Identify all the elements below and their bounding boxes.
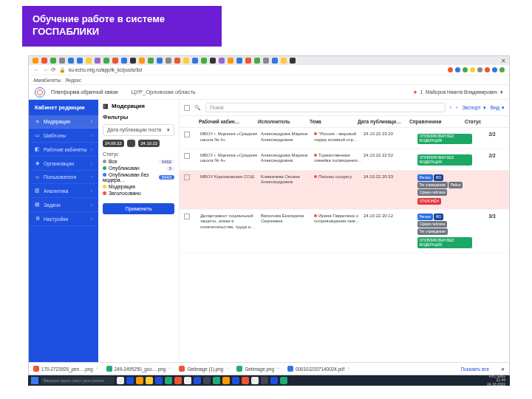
cell-topic: Торжественная линейка посвящения… xyxy=(314,153,362,164)
cell-tags: ОПУБЛИКОВАН БЕЗ МОДЕРАЦИИ xyxy=(417,153,472,166)
banner-line1: Обучение работе в системе xyxy=(33,13,211,26)
file-icon xyxy=(287,366,293,372)
cell-org: МБОУ Корсаковская СОШ xyxy=(200,174,259,180)
url-text[interactable]: ku-echo.mlg.ru/app/lk_kc/posts/list xyxy=(69,67,142,72)
search-input[interactable]: Поиск xyxy=(205,103,446,112)
apply-button[interactable]: Применить xyxy=(103,203,174,214)
sidebar-item-3[interactable]: ◈Организации› xyxy=(29,157,98,171)
date-range[interactable]: 24.09.22 → 24.10.22 xyxy=(103,140,174,147)
prev-page[interactable]: ‹ xyxy=(450,105,451,110)
status-filter[interactable]: Заголосовано xyxy=(103,191,174,196)
notification-icon[interactable]: ● xyxy=(414,89,417,95)
browser-tabstrip[interactable]: ✕ xyxy=(29,56,509,65)
user-area[interactable]: ● 1 Майоров Никита Владимирович ▾ xyxy=(414,89,503,95)
row-checkbox[interactable] xyxy=(184,132,190,137)
sidebar-icon: ⚙ xyxy=(35,216,40,222)
notif-count: 1 xyxy=(420,89,423,95)
breadcrumb[interactable]: ЦУР_Орловская область xyxy=(132,89,196,95)
cell-org: Департамент социальной защиты, опеки и п… xyxy=(200,214,259,231)
url-bar[interactable]: ← → ⟳ 🔒 ku-echo.mlg.ru/app/lk_kc/posts/l… xyxy=(29,65,509,75)
app-topbar: Платформа обратной связи ЦУР_Орловская о… xyxy=(29,85,509,100)
status-filter[interactable]: Опубликован без модера…5443 xyxy=(103,172,174,183)
cell-topic: "Россия - мировой лидер атомной отр… xyxy=(314,132,362,143)
row-checkbox[interactable] xyxy=(184,174,190,180)
date-filter-dropdown[interactable]: Дата публикации поста▾ xyxy=(103,124,174,136)
download-item[interactable]: 249-2495250_goo….png⌃ xyxy=(106,366,172,372)
sidebar: Кабинет редакции ≡Модерация›▭Шаблоны›◧Ра… xyxy=(29,100,98,372)
cell-person: Василова Екатерина Сергеевна xyxy=(261,214,313,225)
window-close-icon[interactable]: ✕ xyxy=(501,58,506,64)
sidebar-item-4[interactable]: ☺Пользователи› xyxy=(29,171,98,184)
file-icon xyxy=(33,366,39,372)
filters-panel: ▥ Модерация Фильтры Дата публикации пост… xyxy=(98,100,180,372)
table-row[interactable]: МБОУ г. Мценска «Средняя школа № 4»Алекс… xyxy=(180,149,509,171)
cell-ratio: 2/2 xyxy=(474,132,509,137)
taskbar-clock[interactable]: РУС ENG 21:44 24.10.2022 xyxy=(487,375,507,387)
table-row[interactable]: МБОУ Корсаковская СОШКлимачева Оксана Ал… xyxy=(180,171,509,210)
sidebar-item-0[interactable]: ≡Модерация› xyxy=(29,115,98,129)
view-link[interactable]: Вид ▾ xyxy=(491,105,505,111)
file-icon xyxy=(179,366,185,372)
sidebar-item-6[interactable]: ▤Задачи› xyxy=(29,198,98,212)
row-checkbox[interactable] xyxy=(184,214,190,219)
cell-date: 24.10.22 20:33 xyxy=(364,174,415,180)
status-filter[interactable]: Модерация xyxy=(103,184,174,189)
table-header: Рабочий кабин… Исполнитель Тема Дата пуб… xyxy=(180,116,509,128)
export-link[interactable]: Экспорт ▾ xyxy=(462,105,486,111)
close-icon[interactable]: ✕ xyxy=(501,366,505,372)
status-filter[interactable]: Опубликован5 xyxy=(103,166,174,171)
sidebar-icon: ▤ xyxy=(35,202,40,208)
show-all-link[interactable]: Показать все xyxy=(461,366,489,372)
sidebar-item-label: Пользователи xyxy=(44,174,76,180)
sidebar-item-label: Настройки xyxy=(44,216,68,222)
download-item[interactable]: Getimage (1).png⌃ xyxy=(179,366,229,372)
sidebar-item-2[interactable]: ◧Рабочие кабинеты› xyxy=(29,143,98,157)
col-ref[interactable]: Справочники xyxy=(409,119,465,124)
banner-line2: ГОСПАБЛИКИ xyxy=(33,26,211,38)
select-all-checkbox[interactable] xyxy=(184,105,190,111)
sidebar-item-5[interactable]: ▥Аналитика› xyxy=(29,184,98,198)
cell-topic: Письмо солдату xyxy=(314,174,362,180)
chevron-down-icon[interactable]: ▾ xyxy=(500,89,503,95)
bookmark-2[interactable]: Яндекс xyxy=(65,78,81,83)
sidebar-item-label: Шаблоны xyxy=(44,133,66,138)
sidebar-icon: ☺ xyxy=(35,174,40,180)
nav-reload-icon[interactable]: ⟳ xyxy=(51,66,56,73)
platform-name: Платформа обратной связи xyxy=(51,89,118,95)
col-date[interactable]: Дата публикаци… xyxy=(358,119,409,124)
sidebar-item-label: Аналитика xyxy=(44,188,69,194)
download-item[interactable]: 00010J2207140024.pdf⌃ xyxy=(287,366,350,372)
start-button[interactable] xyxy=(31,377,38,384)
bookmark-1[interactable]: Авиабилеты xyxy=(33,78,61,83)
sidebar-item-1[interactable]: ▭Шаблоны› xyxy=(29,129,98,143)
col-person[interactable]: Исполнитель xyxy=(258,119,310,124)
nav-fwd-icon[interactable]: → xyxy=(42,66,48,73)
table-row[interactable]: Департамент социальной защиты, опеки и п… xyxy=(180,210,509,253)
cell-person: Александрова Марина Александровна xyxy=(261,153,313,164)
download-item[interactable]: 170-2723928_pen….png⌃ xyxy=(33,366,99,372)
search-icon[interactable]: 🔍 xyxy=(194,105,201,111)
download-item[interactable]: Getimage.png⌃ xyxy=(236,366,280,372)
user-name[interactable]: Майоров Никита Владимирович xyxy=(426,89,497,95)
avatar-icon xyxy=(499,67,505,72)
taskbar-search[interactable]: Введите здесь текст для поиска xyxy=(41,377,115,384)
col-topic[interactable]: Тема xyxy=(310,119,358,124)
table-row[interactable]: МБОУ г. Мценска «Средняя школа № 4»Алекс… xyxy=(180,128,509,149)
next-page[interactable]: › xyxy=(456,105,457,110)
lock-icon: 🔒 xyxy=(59,67,66,73)
main-panel: 🔍 Поиск ‹ › Экспорт ▾ Вид ▾ Рабочий каби… xyxy=(180,100,509,372)
date-from[interactable]: 24.09.22 xyxy=(103,140,124,147)
sidebar-item-7[interactable]: ⚙Настройки› xyxy=(29,212,98,226)
nav-back-icon[interactable]: ← xyxy=(33,66,39,73)
windows-taskbar[interactable]: Введите здесь текст для поиска РУС ENG 2… xyxy=(28,375,510,386)
row-checkbox[interactable] xyxy=(184,153,190,159)
col-org[interactable]: Рабочий кабин… xyxy=(199,119,258,124)
platform-logo-icon xyxy=(35,87,45,98)
date-to[interactable]: 24.10.22 xyxy=(138,140,160,147)
bookmarks-bar[interactable]: Авиабилеты Яндекс xyxy=(29,75,509,85)
col-status[interactable]: Статус xyxy=(465,119,502,124)
file-icon xyxy=(236,366,242,372)
sidebar-item-label: Модерация xyxy=(44,119,70,124)
status-filter[interactable]: Все5492 xyxy=(103,159,174,164)
cell-date: 24.10.22 20:12 xyxy=(364,214,415,219)
